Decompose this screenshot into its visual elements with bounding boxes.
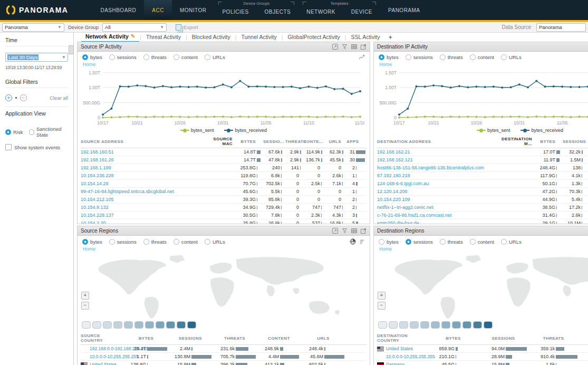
- export-button[interactable]: Export: [176, 24, 198, 31]
- breadcrumb-home-link[interactable]: Home: [374, 61, 397, 67]
- metric-bar: [236, 363, 247, 365]
- metric-radio-threats[interactable]: threats: [440, 239, 463, 245]
- nav-item-monitor[interactable]: MONITOR: [172, 0, 215, 20]
- table-view-icon[interactable]: [351, 44, 357, 50]
- metric-cell: 39.3G: [235, 197, 263, 202]
- breadcrumb-home-link[interactable]: Home: [78, 61, 101, 67]
- nav-item-dashboard[interactable]: DASHBOARD: [92, 0, 144, 20]
- country-link[interactable]: United States: [386, 346, 413, 351]
- device-group-select[interactable]: All ▼: [102, 23, 167, 32]
- maximize-icon[interactable]: [332, 44, 338, 50]
- edit-pencil-icon[interactable]: ✎: [131, 33, 135, 39]
- metric-value: 4.4M: [258, 354, 279, 359]
- svg-text:11/16: 11/16: [355, 120, 364, 126]
- zoom-in-button[interactable]: +: [378, 292, 385, 300]
- metric-radio-urls[interactable]: URLs: [205, 239, 225, 245]
- country-link[interactable]: Germany: [386, 362, 404, 365]
- nav-item-panorama[interactable]: PANORAMA: [380, 0, 428, 20]
- metric-bar-box: [323, 362, 344, 365]
- address-link[interactable]: smtp250.dia-four.de: [377, 220, 502, 224]
- metric-radio-bytes[interactable]: bytes: [379, 54, 399, 60]
- context-select[interactable]: Panorama ▼: [2, 23, 64, 32]
- zoom-in-button[interactable]: +: [81, 292, 89, 300]
- heatmap-swatch: [113, 321, 122, 329]
- world-map[interactable]: [78, 252, 364, 319]
- address-link[interactable]: 10.154.2.20: [81, 220, 202, 224]
- metric-radio-sessions[interactable]: sessions: [109, 54, 137, 60]
- add-filter-button[interactable]: +: [5, 94, 12, 101]
- metric-bar: [281, 190, 282, 194]
- metric-value: 130.8M: [169, 354, 190, 359]
- metric-radio-sessions[interactable]: sessions: [109, 239, 137, 245]
- breadcrumb-home-link[interactable]: Home: [374, 245, 397, 252]
- metric-radio-bytes[interactable]: bytes: [82, 239, 102, 245]
- address-link[interactable]: 10.154.14.29: [81, 181, 202, 186]
- legend-label: bytes_sent: [191, 128, 214, 133]
- address-link[interactable]: 10.154.228.137: [81, 213, 202, 218]
- globe-icon[interactable]: [350, 238, 356, 245]
- metric-radio-content[interactable]: content: [173, 239, 198, 245]
- address-link[interactable]: 192.168.1.199: [81, 165, 202, 170]
- address-link[interactable]: 12.120.14.206: [377, 189, 502, 194]
- metric-radio-sessions[interactable]: sessions: [406, 54, 433, 60]
- filter-icon[interactable]: [342, 228, 348, 234]
- address-link[interactable]: 192.168.161.26: [81, 157, 202, 162]
- metric-radio-urls[interactable]: URLs: [501, 239, 522, 245]
- metric-radio-threats[interactable]: threats: [143, 239, 167, 245]
- address-link[interactable]: 192.168.162.121: [377, 157, 502, 162]
- time-range-select[interactable]: Last 30 Days ▼: [5, 53, 68, 62]
- country-link[interactable]: United States: [90, 362, 117, 365]
- nav-item-acc[interactable]: ACC: [144, 0, 172, 20]
- world-map[interactable]: [374, 252, 588, 319]
- address-link[interactable]: 99-47-16-84.lightspeed.sntcca.sbcglobal.…: [81, 189, 202, 194]
- maximize-icon[interactable]: [332, 228, 338, 234]
- metric-radio-urls[interactable]: URLs: [501, 54, 522, 60]
- sidebar-collapse-handle[interactable]: [69, 45, 74, 54]
- remove-filter-button[interactable]: −: [20, 94, 27, 101]
- address-link[interactable]: 10.154.220.109: [377, 197, 502, 202]
- address-link[interactable]: host86-136-151-56.range86-136.btcentralp…: [377, 165, 502, 170]
- show-system-events-checkbox[interactable]: [5, 144, 12, 150]
- filter-icon[interactable]: [342, 44, 348, 50]
- metric-radio-urls[interactable]: URLs: [205, 54, 225, 60]
- address-link[interactable]: 192.168.160.51: [81, 149, 202, 155]
- chart-settings-icon[interactable]: [359, 54, 365, 60]
- zoom-out-button[interactable]: −: [81, 302, 89, 310]
- metric-radio-threats[interactable]: threats: [440, 54, 463, 60]
- address-link[interactable]: 10.154.236.228: [81, 173, 202, 178]
- sanctioned-state-radio[interactable]: Sanctioned State: [29, 126, 68, 138]
- address-link[interactable]: c-76-21-69-86.hsd1.ca.comcast.net: [377, 213, 502, 218]
- add-tab-button[interactable]: +: [384, 33, 397, 41]
- tab-ssl-activity[interactable]: SSL Activity: [346, 33, 384, 42]
- metric-radio-bytes[interactable]: bytes: [82, 54, 102, 60]
- metric-radio-content[interactable]: content: [470, 54, 494, 60]
- address-link[interactable]: 10.154.212.105: [81, 197, 202, 202]
- table-view-icon[interactable]: [351, 228, 357, 234]
- tab-blocked-activity[interactable]: Blocked Activity: [188, 33, 235, 42]
- metric-radio-sessions[interactable]: sessions: [406, 239, 433, 245]
- address-link[interactable]: 192.168.162.21: [377, 149, 502, 155]
- tab-tunnel-activity[interactable]: Tunnel Activity: [237, 33, 281, 42]
- jump-to-logs-icon[interactable]: [361, 228, 367, 234]
- metric-radio-bytes[interactable]: bytes: [379, 239, 399, 245]
- clear-all-link[interactable]: Clear all: [50, 95, 68, 101]
- tab-threat-activity[interactable]: Threat Activity: [142, 33, 185, 42]
- data-source-select[interactable]: Panorama: [536, 23, 586, 32]
- country-link[interactable]: 10.0.0.0-10.255.255.255: [386, 354, 435, 359]
- risk-radio[interactable]: Risk: [5, 129, 23, 135]
- add-filter-caret-icon[interactable]: ▼: [14, 96, 18, 100]
- metric-value: 14.7T: [235, 157, 256, 162]
- address-link[interactable]: 10.154.9.132: [81, 205, 202, 210]
- tab-globalprotect-activity[interactable]: GlobalProtect Activity: [283, 33, 344, 42]
- address-link[interactable]: netflix-1--tri-agg2.cenic.net: [377, 205, 502, 210]
- address-link[interactable]: 67.192.180.218: [377, 173, 502, 178]
- metric-radio-threats[interactable]: threats: [143, 54, 167, 60]
- breadcrumb-home-link[interactable]: Home: [78, 245, 101, 252]
- legend-list-icon[interactable]: [359, 238, 365, 245]
- jump-to-logs-icon[interactable]: [361, 44, 367, 50]
- metric-radio-content[interactable]: content: [470, 239, 494, 245]
- address-link[interactable]: 124-168-6-6.tpgi.com.au: [377, 181, 502, 186]
- metric-label: bytes: [90, 239, 102, 245]
- metric-radio-content[interactable]: content: [173, 54, 198, 60]
- zoom-out-button[interactable]: −: [378, 302, 385, 310]
